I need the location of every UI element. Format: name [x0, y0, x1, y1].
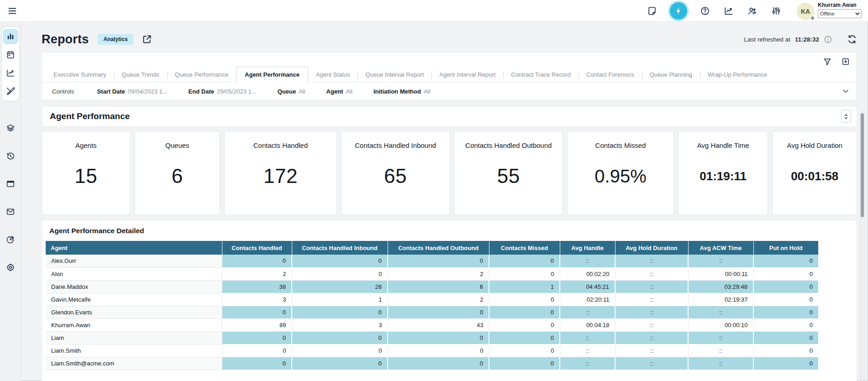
kpi-label: Agents — [42, 131, 130, 149]
sidebar-window-icon[interactable] — [3, 176, 18, 192]
sidebar-calendar-icon[interactable] — [3, 47, 18, 63]
metric-cell: 02:20:11 — [560, 293, 615, 306]
table-row[interactable]: Liam.Smith0000::::::0 — [46, 344, 818, 357]
filter-value: All — [346, 88, 352, 95]
table-row[interactable]: Liam.Smith@acme.com0000::::::0 — [46, 357, 818, 370]
metric-cell: :: — [688, 306, 753, 318]
kpi-value: 0.95% — [568, 166, 673, 187]
column-header-put-on-hold[interactable]: Put on Hold — [753, 241, 818, 255]
section-title: Agent Performance — [50, 111, 130, 121]
filter-icon[interactable] — [823, 57, 832, 66]
users-icon[interactable] — [747, 5, 758, 17]
external-link-icon[interactable] — [142, 34, 153, 45]
filter-initiation-method[interactable]: Initiation MethodAll — [374, 88, 430, 95]
column-header-avg-hold-duration[interactable]: Avg Hold Duration — [615, 241, 688, 255]
column-header-contacts-missed[interactable]: Contacts Missed — [489, 241, 560, 255]
sidebar-mail-icon[interactable] — [3, 204, 18, 219]
filter-queue[interactable]: QueueAll — [278, 88, 305, 95]
help-icon[interactable] — [699, 5, 711, 17]
menu-icon[interactable] — [6, 5, 18, 17]
filter-label: End Date — [189, 88, 214, 95]
vertical-scrollbar[interactable] — [860, 111, 865, 381]
tab-agent-interval-report[interactable]: Agent Interval Report — [431, 68, 503, 82]
table-row[interactable]: Dane.Maddox38266104:45:21::03:29:480 — [46, 280, 818, 293]
column-header-contacts-handled-inbound[interactable]: Contacts Handled Inbound — [292, 241, 388, 255]
agent-name-cell: Liam.Smith — [46, 344, 222, 357]
tab-agent-performance[interactable]: Agent Performance — [236, 67, 308, 83]
table-row[interactable]: Liam0000::::::0 — [46, 331, 818, 344]
metric-cell: 0 — [489, 293, 560, 306]
note-icon[interactable] — [646, 5, 658, 17]
controls-expand-chevron-icon[interactable] — [841, 87, 850, 96]
metric-cell: 0 — [489, 255, 560, 267]
metric-cell: :: — [615, 280, 688, 293]
top-bar: KA Khurram Awan Offline — [0, 0, 868, 22]
sidebar-history-icon[interactable] — [3, 148, 18, 164]
sliders-icon[interactable] — [770, 5, 782, 17]
metric-cell: 2 — [388, 293, 489, 306]
column-header-avg-acw-time[interactable]: Avg ACW Time — [688, 241, 753, 255]
status-dot — [810, 16, 815, 21]
tab-executive-summary[interactable]: Executive Summary — [46, 68, 114, 82]
kpi-value: 01:19:11 — [679, 169, 768, 183]
sidebar-bar-chart-icon[interactable] — [3, 29, 18, 44]
column-header-agent[interactable]: Agent — [46, 241, 222, 255]
sidebar-pie-chart-icon[interactable] — [3, 232, 18, 247]
metric-cell: 0 — [489, 267, 560, 280]
kpi-card-contacts-handled-inbound: Contacts Handled Inbound65 — [341, 131, 450, 215]
table-row[interactable]: Alon202000:02:20::00:00:110 — [46, 267, 818, 280]
metric-cell: 00:00:10 — [688, 318, 753, 331]
column-header-avg-handle[interactable]: Avg Handle — [560, 241, 615, 255]
tab-queue-trends[interactable]: Queue Trends — [114, 68, 167, 82]
column-header-contacts-handled[interactable]: Contacts Handled — [222, 241, 292, 255]
avatar[interactable]: KA — [797, 3, 814, 20]
kpi-value: 172 — [225, 165, 337, 188]
tab-contact-forensics[interactable]: Contact Forensics — [579, 68, 642, 82]
sidebar-design-icon[interactable] — [3, 84, 18, 99]
metric-cell: 0 — [222, 331, 292, 344]
refresh-icon[interactable] — [847, 34, 857, 44]
tab-contract-trace-record[interactable]: Contract Trace Record — [503, 68, 579, 82]
metric-cell: 0 — [753, 280, 818, 293]
tab-wrap-up-performance[interactable]: Wrap-Up Performance — [700, 68, 775, 82]
metric-cell: 0 — [222, 344, 292, 357]
metrics-icon[interactable] — [723, 5, 735, 17]
vertical-scrollbar-thumb[interactable] — [861, 113, 864, 217]
controls-bar: Controls Start Date09/04/2023 1...End Da… — [42, 83, 857, 100]
status-select[interactable]: Offline — [818, 9, 862, 18]
metric-cell: 00:04:18 — [560, 318, 615, 331]
stepper-up-icon[interactable] — [844, 114, 848, 116]
metric-cell: 89 — [222, 318, 292, 331]
table-row[interactable]: Alex.Gurr0000::::::0 — [46, 255, 818, 267]
filter-start-date[interactable]: Start Date09/04/2023 1... — [97, 88, 167, 95]
tab-queue-interval-report[interactable]: Queue Interval Report — [358, 68, 431, 82]
user-chip: KA Khurram Awan Offline — [797, 2, 862, 20]
filter-end-date[interactable]: End Date29/05/2023 1... — [189, 88, 257, 95]
info-icon[interactable] — [824, 35, 832, 44]
metric-cell: :: — [560, 255, 615, 267]
table-row[interactable]: Khurram.Awan89343000:04:18::00:00:100 — [46, 318, 818, 331]
lightning-icon[interactable] — [670, 2, 687, 20]
metric-cell: :: — [615, 293, 688, 306]
sidebar-line-chart-icon[interactable] — [3, 65, 18, 81]
table-row[interactable]: Gavin.Metcalfe312002:20:11::02:19:370 — [46, 293, 818, 306]
filter-agent[interactable]: AgentAll — [326, 88, 352, 95]
report-tabs: Executive SummaryQueue TrendsQueue Perfo… — [42, 67, 857, 83]
metric-cell: 0 — [388, 344, 489, 357]
filter-value: All — [424, 88, 430, 95]
sidebar-layers-icon[interactable] — [3, 120, 18, 136]
kpi-value: 15 — [42, 165, 130, 188]
section-stepper[interactable] — [841, 110, 851, 123]
stepper-down-icon[interactable] — [844, 117, 848, 120]
column-header-contacts-handled-outbound[interactable]: Contacts Handled Outbound — [388, 241, 489, 255]
metric-cell: :: — [560, 331, 615, 344]
tab-queue-planning[interactable]: Queue Planning — [642, 68, 700, 82]
tab-queue-performance[interactable]: Queue Performance — [167, 68, 236, 82]
sidebar-settings-icon[interactable] — [3, 260, 18, 275]
download-icon[interactable] — [841, 57, 850, 66]
metric-cell: :: — [615, 306, 688, 318]
kpi-cards-row: Agents15Queues6Contacts Handled172Contac… — [42, 131, 857, 215]
table-row[interactable]: Glendon.Evarts0000::::::0 — [46, 306, 818, 318]
tab-agent-status[interactable]: Agent Status — [308, 68, 358, 82]
kpi-label: Avg Hold Duration — [773, 131, 857, 149]
